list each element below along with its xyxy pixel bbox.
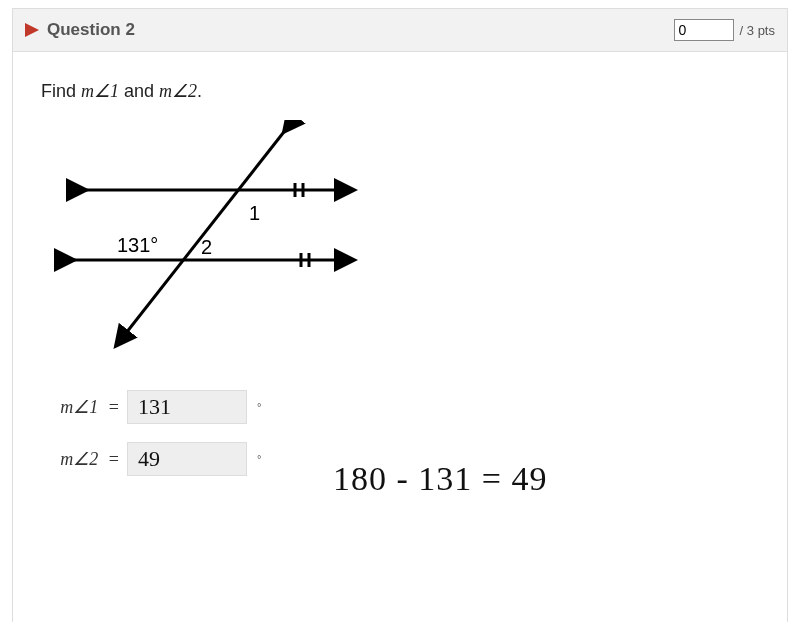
question-page: Question 2 / 3 pts Find m∠1 and m∠2. [0, 0, 800, 631]
answer-value-1: 131 [138, 394, 171, 420]
answer-row-1: m∠1 = 131 ° [41, 390, 759, 424]
diagram-given-angle: 131° [117, 234, 158, 256]
angle-2-ref: m∠2 [159, 81, 197, 101]
answer-input-1[interactable]: 131 [127, 390, 247, 424]
question-prompt: Find m∠1 and m∠2. [41, 80, 759, 102]
question-body: Find m∠1 and m∠2. [12, 52, 788, 622]
diagram-label-1: 1 [249, 202, 260, 224]
answer-value-2: 49 [138, 446, 160, 472]
points-label: / 3 pts [740, 23, 775, 38]
svg-marker-0 [25, 23, 39, 37]
flag-icon [25, 23, 39, 37]
diagram-label-2: 2 [201, 236, 212, 258]
handwritten-work: 180 - 131 = 49 [333, 460, 548, 498]
answer-input-2[interactable]: 49 [127, 442, 247, 476]
points-input[interactable] [674, 19, 734, 41]
question-title: Question 2 [47, 20, 135, 40]
question-header: Question 2 / 3 pts [12, 8, 788, 52]
angle-1-ref: m∠1 [81, 81, 119, 101]
angle-diagram: 1 131° 2 [49, 120, 359, 370]
degree-symbol: ° [257, 453, 261, 465]
degree-symbol: ° [257, 401, 261, 413]
